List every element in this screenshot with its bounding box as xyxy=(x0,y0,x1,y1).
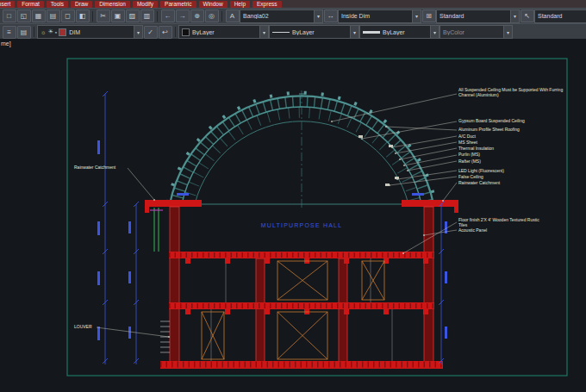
new-icon[interactable]: □ xyxy=(3,9,16,22)
standard-toolbar: □ ◱ ▦ ▤ ◻ ◧ ✂ ▣ ▨ ▥ ← → ⊕ ◎ A Bangla02 ▾… xyxy=(0,8,586,23)
dim-style-icon[interactable]: ↔ xyxy=(324,9,338,22)
text-style-value: Bangla02 xyxy=(243,13,312,19)
rainwater-pipe[interactable] xyxy=(150,208,163,252)
chevron-down-icon: ▾ xyxy=(259,26,268,38)
dim-style-value: Inside Dim xyxy=(341,13,410,19)
annotation-label: LED Light (Fluorescent) xyxy=(458,169,504,174)
toolbar-separator xyxy=(92,11,93,22)
menu-draw[interactable]: Draw xyxy=(71,1,92,8)
annotation-label: Acoustic Panel xyxy=(458,228,487,233)
annotation-label: Floor finish 2'X 4' Wooden Textured Rust… xyxy=(458,218,545,227)
menu-bar: Insert Format Tools Draw Dimension Modif… xyxy=(0,0,586,8)
menu-format[interactable]: Format xyxy=(17,1,44,8)
linetype-value: ByLayer xyxy=(292,29,348,35)
lineweight-select[interactable]: ByLayer ▾ xyxy=(359,25,440,39)
lineweight-value: ByLayer xyxy=(383,29,428,35)
ceiling-fittings[interactable] xyxy=(358,135,399,186)
toolbar-separator xyxy=(34,27,34,37)
annotation-label: Aluminum Profile Sheet Roofing xyxy=(458,128,520,133)
cut-icon[interactable]: ✂ xyxy=(97,9,110,22)
layers-properties-toolbar: ≡ ▤ ☼ ☀ ▪ DIM ▾ ✓ ↩ ByLayer ▾ ByLayer ▾ … xyxy=(0,23,586,40)
layer-properties-icon[interactable]: ≡ xyxy=(3,26,16,39)
undo-icon[interactable]: ← xyxy=(161,9,175,22)
chevron-down-icon: ▾ xyxy=(350,26,358,38)
toolbar-separator xyxy=(221,11,222,22)
multileader-style-value: Standard xyxy=(538,13,586,19)
annotation-label: A/C Duct xyxy=(458,134,476,140)
linetype-sample xyxy=(272,32,290,33)
make-current-icon[interactable]: ✓ xyxy=(144,26,158,39)
model-space-canvas[interactable]: me] xyxy=(0,39,586,392)
layer-states-icon[interactable]: ▤ xyxy=(17,26,31,39)
bulb-icon: ☼ xyxy=(41,29,46,35)
chevron-down-icon: ▾ xyxy=(412,10,421,22)
zoom-icon[interactable]: ◎ xyxy=(205,9,219,22)
chevron-down-icon: ▾ xyxy=(134,26,142,38)
menu-parametric[interactable]: Parametric xyxy=(160,1,196,8)
menu-express[interactable]: Express xyxy=(252,1,281,8)
lineweight-sample xyxy=(363,31,380,34)
menu-modify[interactable]: Modify xyxy=(133,1,158,8)
multileader-style-select[interactable]: Standard ▾ xyxy=(534,9,586,23)
plot-style-select: ByColor ▾ xyxy=(440,25,513,39)
layer-color-swatch xyxy=(59,28,66,36)
hall-title-text[interactable]: MULTIPURPOSE HALL xyxy=(261,222,343,228)
menu-dimension[interactable]: Dimension xyxy=(95,1,130,8)
plot-icon[interactable]: ▤ xyxy=(47,9,60,22)
plot-style-value: ByColor xyxy=(443,29,502,35)
toolbar-separator xyxy=(175,27,176,37)
annotation-label: False Ceiling xyxy=(458,175,483,180)
table-style-icon[interactable]: ⊞ xyxy=(422,9,436,22)
annotation-label: Purlin (MS) xyxy=(458,152,480,158)
text-style-select[interactable]: Bangla02 ▾ xyxy=(240,9,323,23)
layer-select[interactable]: ☼ ☀ ▪ DIM ▾ xyxy=(37,25,143,39)
partition-walls[interactable] xyxy=(211,258,392,361)
plot-preview-icon[interactable]: ◻ xyxy=(61,9,75,22)
table-style-select[interactable]: Standard ▾ xyxy=(436,9,520,23)
leader-lines xyxy=(97,94,457,338)
menu-help[interactable]: Help xyxy=(230,1,250,8)
current-layer-value: DIM xyxy=(69,29,132,35)
annotation-label: Rafter (MS) xyxy=(458,159,481,165)
chevron-down-icon: ▾ xyxy=(314,10,322,22)
redo-icon[interactable]: → xyxy=(176,9,190,22)
autocad-window: Insert Format Tools Draw Dimension Modif… xyxy=(0,0,586,392)
lock-icon: ▪ xyxy=(55,29,57,35)
color-select[interactable]: ByLayer ▾ xyxy=(178,25,269,39)
annotation-label: Thermal Insulation xyxy=(458,146,494,152)
multileader-style-icon[interactable]: ↖ xyxy=(521,9,534,22)
menu-insert[interactable]: Insert xyxy=(0,1,15,8)
table-style-value: Standard xyxy=(440,13,508,19)
annotation-label: LOUVER xyxy=(74,325,92,330)
copy-icon[interactable]: ▣ xyxy=(111,9,125,22)
menu-window[interactable]: Window xyxy=(199,1,228,8)
floor-slabs[interactable] xyxy=(160,252,443,369)
linetype-select[interactable]: ByLayer ▾ xyxy=(269,25,359,39)
pan-icon[interactable]: ⊕ xyxy=(190,9,204,22)
text-style-icon[interactable]: A xyxy=(226,9,240,22)
save-icon[interactable]: ▦ xyxy=(32,9,46,22)
annotation-label: Gypsum Board Suspended Ceiling xyxy=(458,119,525,124)
dim-style-select[interactable]: Inside Dim ▾ xyxy=(338,9,421,23)
menu-tools[interactable]: Tools xyxy=(47,1,68,8)
toolbar-separator xyxy=(157,11,158,22)
color-value: ByLayer xyxy=(192,29,258,35)
chevron-down-icon: ▾ xyxy=(430,26,439,38)
freeze-icon: ☀ xyxy=(47,28,53,35)
annotation-label: MS Sheet xyxy=(458,140,477,146)
columns[interactable] xyxy=(170,207,433,362)
annotation-label: Rainwater Catchment xyxy=(458,181,500,186)
layer-previous-icon[interactable]: ↩ xyxy=(159,26,172,39)
color-swatch xyxy=(182,28,190,36)
annotation-label: All Suspended Ceiling Must be Supported … xyxy=(458,88,564,97)
open-icon[interactable]: ◱ xyxy=(17,9,31,22)
publish-icon[interactable]: ◧ xyxy=(76,9,90,22)
chevron-down-icon: ▾ xyxy=(503,26,512,38)
match-properties-icon[interactable]: ▥ xyxy=(140,9,154,22)
chevron-down-icon: ▾ xyxy=(510,10,519,22)
paste-icon[interactable]: ▨ xyxy=(126,9,140,22)
annotation-label: Rainwater Catchment xyxy=(74,165,115,171)
